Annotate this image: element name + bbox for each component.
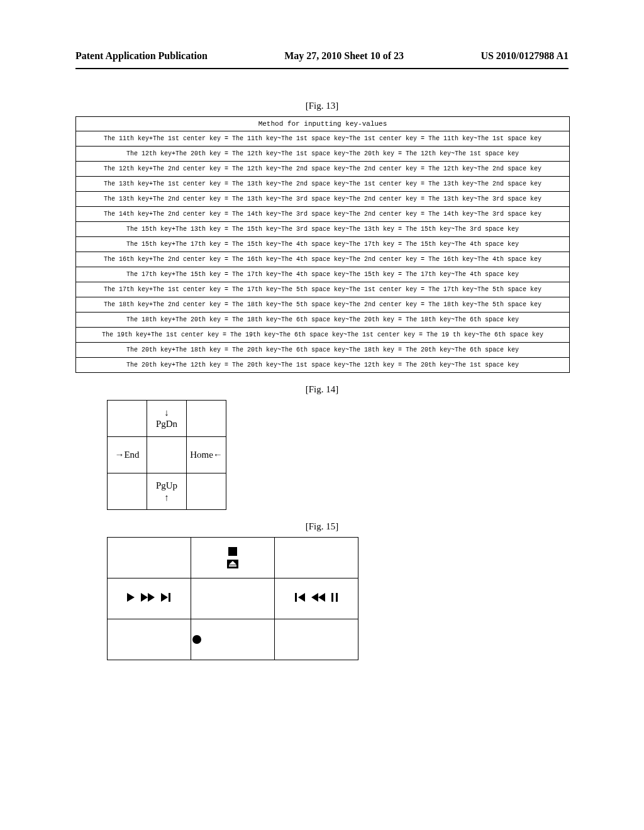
keypad-cell-pgup: PgUp ↑	[147, 473, 187, 510]
fig14-keypad: ↓ PgDn →End Home← PgUp ↑	[107, 400, 226, 510]
fast-forward-icon	[141, 593, 155, 602]
header-left: Patent Application Publication	[75, 50, 208, 62]
fig14-label: [Fig. 14]	[75, 384, 569, 395]
table-row: The 17th key+The 15th key = The 17th key…	[76, 267, 569, 282]
header-right: US 2010/0127988 A1	[480, 50, 569, 62]
svg-rect-9	[295, 593, 297, 602]
keypad-cell-empty	[187, 401, 226, 437]
table-row: The 19th key+The 1st center key = The 19…	[76, 328, 569, 343]
right-arrow-icon: →	[114, 450, 124, 460]
svg-marker-11	[311, 593, 318, 602]
table-row: The 20th key+The 18th key = The 20th key…	[76, 343, 569, 358]
table-row: The 13th key+The 1st center key = The 13…	[76, 177, 569, 192]
up-arrow-icon: ↑	[148, 492, 186, 503]
fig13-label: [Fig. 13]	[75, 101, 569, 111]
header-center: May 27, 2010 Sheet 10 of 23	[284, 50, 404, 62]
keypad-cell-empty	[187, 473, 226, 510]
table-row: The 15th key+The 13th key = The 15th key…	[76, 222, 569, 237]
prev-track-icon	[295, 593, 305, 602]
media-cell-empty	[275, 619, 358, 660]
svg-rect-13	[331, 593, 333, 602]
media-cell-prev-rewind-pause	[275, 578, 358, 619]
keypad-cell-pgdn: ↓ PgDn	[147, 401, 187, 437]
next-track-icon	[161, 593, 171, 602]
page: Patent Application Publication May 27, 2…	[0, 0, 644, 698]
table-row: The 11th key+The 1st center key = The 11…	[76, 131, 569, 147]
header-rule	[75, 68, 569, 69]
svg-marker-6	[148, 593, 155, 602]
svg-marker-5	[141, 593, 148, 602]
media-cell-empty	[275, 538, 358, 578]
table-row: The 12th key+The 20th key = The 12th key…	[76, 147, 569, 162]
fig13-table: Method for inputting key-values The 11th…	[75, 116, 570, 373]
table-row: The 13th key+The 2nd center key = The 13…	[76, 192, 569, 207]
keypad-cell-empty	[108, 473, 147, 510]
svg-marker-10	[298, 593, 305, 602]
media-cell-record	[191, 619, 275, 660]
table-row: The 20th key+The 12th key = The 20th key…	[76, 358, 569, 372]
svg-rect-8	[169, 593, 170, 602]
media-cell-empty	[108, 619, 191, 660]
end-label: End	[124, 450, 139, 460]
fig15-mediapad	[107, 537, 358, 660]
svg-rect-14	[336, 593, 338, 602]
stop-icon	[228, 547, 237, 556]
table-row: The 18th key+The 20th key = The 18th key…	[76, 313, 569, 328]
keypad-cell-end: →End	[108, 437, 147, 473]
media-cell-center	[191, 578, 275, 619]
pause-icon	[331, 593, 338, 602]
down-arrow-icon: ↓	[148, 407, 186, 418]
fig13-title: Method for inputting key-values	[76, 117, 569, 131]
svg-rect-0	[228, 547, 237, 556]
table-row: The 14th key+The 2nd center key = The 14…	[76, 207, 569, 222]
rewind-icon	[311, 593, 325, 602]
keypad-cell-home: Home←	[187, 437, 226, 473]
media-cell-play-ffwd-next	[108, 578, 191, 619]
keypad-cell-center	[147, 437, 187, 473]
svg-marker-12	[318, 593, 325, 602]
table-row: The 15th key+The 17th key = The 15th key…	[76, 237, 569, 252]
media-cell-stop-eject	[191, 538, 275, 578]
table-row: The 16th key+The 2nd center key = The 16…	[76, 252, 569, 267]
page-header: Patent Application Publication May 27, 2…	[75, 50, 569, 62]
pgdn-label: PgDn	[148, 418, 186, 431]
keypad-cell-empty	[108, 401, 147, 437]
pgup-label: PgUp	[148, 480, 186, 492]
media-cell-empty	[108, 538, 191, 578]
svg-marker-7	[161, 593, 168, 602]
eject-icon	[227, 560, 238, 568]
table-row: The 17th key+The 1st center key = The 17…	[76, 282, 569, 297]
svg-point-15	[192, 635, 201, 644]
table-row: The 12th key+The 2nd center key = The 12…	[76, 162, 569, 177]
svg-marker-4	[127, 593, 135, 602]
play-icon	[127, 593, 135, 602]
svg-rect-3	[229, 565, 236, 567]
record-icon	[192, 634, 274, 645]
left-arrow-icon: ←	[213, 450, 223, 460]
home-label: Home	[190, 450, 213, 460]
table-row: The 18th key+The 2nd center key = The 18…	[76, 297, 569, 313]
fig15-label: [Fig. 15]	[75, 521, 569, 532]
